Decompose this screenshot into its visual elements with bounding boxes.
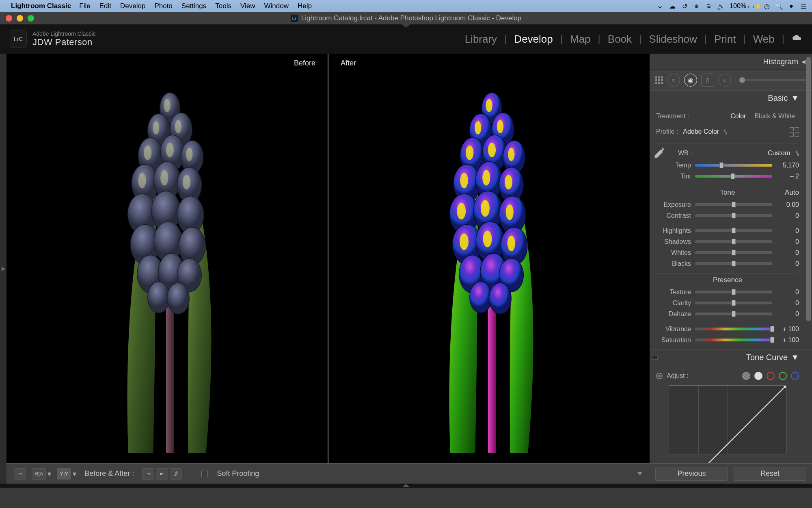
curve-red-button[interactable]: [767, 372, 775, 380]
soft-proofing-checkbox[interactable]: [201, 471, 208, 477]
menu-develop[interactable]: Develop: [120, 2, 145, 10]
curve-green-button[interactable]: [779, 372, 787, 380]
tonecurve-switch[interactable]: [652, 356, 658, 360]
curve-point-button[interactable]: [754, 372, 762, 380]
highlights-value[interactable]: 0: [776, 227, 799, 234]
menu-view[interactable]: View: [240, 2, 255, 10]
exposure-value[interactable]: 0.00: [776, 201, 799, 208]
clarity-slider[interactable]: [695, 302, 772, 304]
filmstrip-toggle[interactable]: [0, 484, 812, 488]
tint-slider[interactable]: [695, 175, 772, 178]
bluetooth-icon[interactable]: ⎈: [693, 2, 700, 10]
radial-filter-tool-button[interactable]: ○: [718, 74, 731, 87]
highlights-slider[interactable]: [695, 229, 772, 232]
cc-sync-icon[interactable]: ☁: [669, 2, 676, 10]
module-book[interactable]: Book: [604, 33, 636, 46]
graduated-filter-tool-button[interactable]: ▯: [701, 74, 714, 87]
wifi-icon[interactable]: ⚞: [705, 2, 713, 10]
clarity-value[interactable]: 0: [776, 300, 799, 307]
left-panel-toggle[interactable]: ▶: [0, 54, 6, 484]
target-adjust-button[interactable]: [656, 373, 663, 379]
module-develop[interactable]: Develop: [510, 33, 557, 46]
close-window-button[interactable]: [6, 15, 12, 22]
ba-side-button[interactable]: R|A: [32, 468, 46, 480]
curve-parametric-button[interactable]: [742, 372, 750, 380]
treatment-bw-button[interactable]: Black & White: [750, 111, 799, 122]
temp-value[interactable]: 5,170: [776, 162, 799, 169]
loupe-view-button[interactable]: ▭: [14, 468, 26, 480]
module-slideshow[interactable]: Slideshow: [645, 33, 701, 46]
module-web[interactable]: Web: [749, 33, 779, 46]
notification-center-icon[interactable]: ☰: [800, 2, 807, 10]
zoom-window-button[interactable]: [28, 15, 34, 22]
wb-caret-icon[interactable]: ▚: [796, 151, 799, 156]
toolbar-options-button[interactable]: [637, 472, 642, 475]
spotlight-icon[interactable]: 🔍: [775, 2, 783, 10]
siri-icon[interactable]: ●: [788, 2, 795, 10]
profile-caret-icon[interactable]: ▚: [724, 130, 727, 134]
ba-yy-caret-icon[interactable]: ▾: [73, 469, 76, 478]
wb-eyedropper-icon[interactable]: [651, 146, 666, 161]
vibrance-slider[interactable]: [695, 328, 772, 330]
before-panel[interactable]: Before: [6, 54, 328, 463]
soft-proofing-label[interactable]: Soft Proofing: [217, 469, 259, 478]
contrast-value[interactable]: 0: [776, 212, 799, 219]
menu-settings[interactable]: Settings: [181, 2, 206, 10]
menubar-app-name[interactable]: Lightroom Classic: [11, 2, 71, 10]
cloud-sync-icon[interactable]: [792, 35, 802, 43]
menu-tools[interactable]: Tools: [215, 2, 231, 10]
blacks-slider[interactable]: [695, 262, 772, 265]
basic-panel-header[interactable]: Basic ▼: [650, 90, 812, 106]
previous-button[interactable]: Previous: [655, 467, 728, 481]
redeye-tool-button[interactable]: ◉: [684, 74, 697, 87]
minimize-window-button[interactable]: [17, 15, 23, 22]
after-panel[interactable]: After: [328, 54, 650, 463]
tone-curve-editor[interactable]: [669, 385, 786, 454]
crop-tool-button[interactable]: [655, 76, 663, 84]
whites-value[interactable]: 0: [776, 249, 799, 256]
texture-slider[interactable]: [695, 291, 772, 293]
module-library[interactable]: Library: [461, 33, 501, 46]
profile-value[interactable]: Adobe Color: [683, 128, 719, 135]
temp-slider[interactable]: [695, 164, 772, 167]
shield-icon[interactable]: ⛉: [657, 2, 664, 10]
tint-value[interactable]: – 2: [776, 173, 799, 180]
profile-browser-button[interactable]: [790, 127, 799, 137]
wb-value[interactable]: Custom: [768, 150, 790, 157]
clock-icon[interactable]: ◷: [763, 2, 771, 10]
exposure-slider[interactable]: [695, 203, 772, 206]
vibrance-value[interactable]: + 100: [776, 326, 799, 333]
timemachine-icon[interactable]: ↺: [681, 2, 688, 10]
spot-removal-tool-button[interactable]: ○: [667, 74, 680, 87]
menu-file[interactable]: File: [79, 2, 90, 10]
menu-help[interactable]: Help: [298, 2, 312, 10]
auto-button[interactable]: Auto: [785, 189, 799, 197]
tonecurve-header[interactable]: Tone Curve ▼: [650, 350, 812, 365]
brush-tool-slider[interactable]: [739, 79, 806, 81]
shadows-value[interactable]: 0: [776, 238, 799, 245]
shadows-slider[interactable]: [695, 240, 772, 243]
curve-blue-button[interactable]: [791, 372, 799, 380]
saturation-slider[interactable]: [695, 339, 772, 341]
menu-window[interactable]: Window: [264, 2, 289, 10]
module-print[interactable]: Print: [710, 33, 740, 46]
contrast-slider[interactable]: [695, 214, 772, 217]
menu-photo[interactable]: Photo: [154, 2, 172, 10]
menu-edit[interactable]: Edit: [99, 2, 111, 10]
histogram-header[interactable]: Histogram ◀: [650, 54, 812, 70]
swap-left-button[interactable]: ⇤: [156, 468, 168, 480]
blacks-value[interactable]: 0: [776, 260, 799, 267]
ba-yy-button[interactable]: Y|Y: [57, 468, 71, 480]
whites-slider[interactable]: [695, 251, 772, 254]
module-map[interactable]: Map: [566, 33, 595, 46]
reset-button[interactable]: Reset: [734, 467, 806, 481]
treatment-color-button[interactable]: Color: [726, 111, 750, 122]
battery-icon[interactable]: ▭⚡: [751, 2, 758, 10]
dehaze-value[interactable]: 0: [776, 310, 799, 318]
volume-icon[interactable]: 🔊: [717, 2, 725, 10]
texture-value[interactable]: 0: [776, 289, 799, 296]
saturation-value[interactable]: + 100: [776, 336, 799, 344]
swap-both-button[interactable]: ⇵: [170, 468, 182, 480]
dehaze-slider[interactable]: [695, 313, 772, 315]
swap-right-button[interactable]: ⇥: [142, 468, 154, 480]
